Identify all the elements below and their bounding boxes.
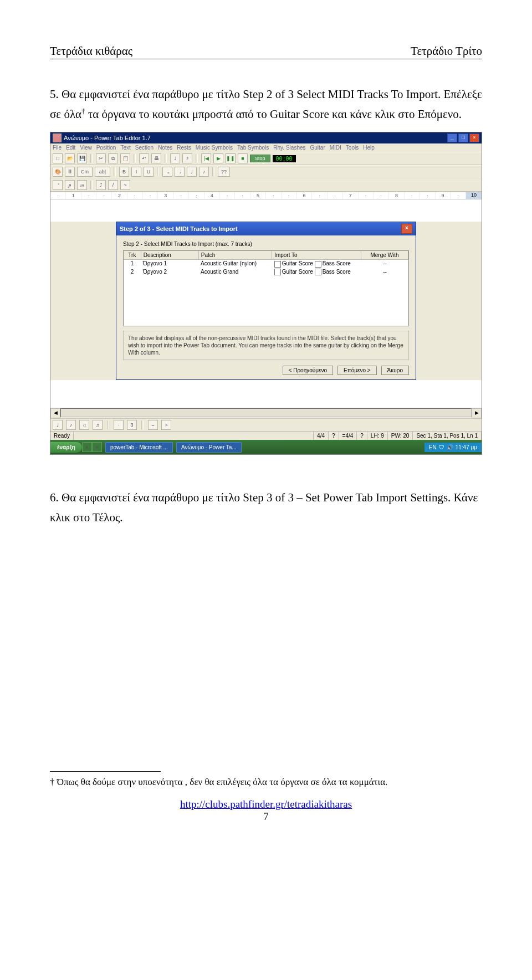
quicklaunch-icon[interactable]: ●	[82, 442, 92, 452]
app-title: Ανώνυμο - Power Tab Editor 1.7	[64, 135, 151, 141]
note-value-icon[interactable]: ♩	[53, 420, 63, 430]
toolbar-3[interactable]: 𝄻𝆏𝆐 ⤴/~	[50, 178, 482, 192]
table-row[interactable]: 1 Όργανο 1 Acoustic Guitar (nylon) Guita…	[124, 260, 408, 268]
workspace-lower	[50, 380, 482, 408]
guitar-score-checkbox[interactable]	[274, 261, 281, 268]
hscrollbar[interactable]: ◀ ▶	[50, 408, 482, 418]
toolbar-2[interactable]: 🎨Ⅲ Cm ab| B I U 𝅝𝅗𝅥♩♪ ??	[50, 165, 482, 178]
paste-icon[interactable]: 📋	[120, 153, 130, 163]
stop-icon[interactable]: ■	[238, 153, 248, 163]
page-footer: http://clubs.pathfinder.gr/tetradiakitha…	[50, 798, 482, 823]
dynamic-icon[interactable]: 𝆏	[65, 180, 75, 190]
cancel-button[interactable]: Άκυρο	[381, 366, 409, 375]
footnote: † Όπως θα δούμε στην υποενότητα , δεν θα…	[50, 775, 482, 789]
next-button[interactable]: Επόμενο >	[337, 366, 377, 375]
note-quarter-icon[interactable]: ♩	[187, 167, 197, 177]
cut-icon[interactable]: ✂	[96, 153, 106, 163]
tray-icon[interactable]: 🛡	[439, 444, 444, 450]
new-icon[interactable]: □	[53, 153, 63, 163]
play-icon[interactable]: ▶	[213, 153, 223, 163]
scroll-right-icon[interactable]: ▶	[472, 408, 482, 418]
scroll-left-icon[interactable]: ◀	[50, 408, 60, 418]
bend-icon[interactable]: ⤴	[96, 180, 106, 190]
note-value-icon[interactable]: ♫	[79, 420, 89, 430]
accent-icon[interactable]: ＞	[161, 420, 171, 430]
print-icon[interactable]: 🖶	[151, 153, 161, 163]
vibrato-icon[interactable]: ~	[120, 180, 130, 190]
ruler-end: 10	[466, 192, 482, 199]
page-number: 7	[263, 810, 269, 822]
dialog-label: Step 2 - Select MIDI Tracks to Import (m…	[123, 241, 409, 247]
bottom-toolbar[interactable]: ♩♪♫♬ ·3 ⌣＞	[50, 418, 482, 431]
dialog-nav: < Προηγούμενο Επόμενο > Άκυρο	[123, 366, 409, 375]
menubar[interactable]: FileEditViewPositionTextSectionNotesRest…	[50, 143, 482, 152]
page-header: Τετράδια κιθάρας Τετράδιο Τρίτο	[50, 44, 482, 59]
underline-button[interactable]: U	[144, 167, 154, 177]
repeat-icon[interactable]: ab|	[95, 167, 110, 177]
taskbar-item[interactable]: powerTab - Microsoft ...	[105, 442, 173, 453]
note-whole-icon[interactable]: 𝅝	[162, 167, 172, 177]
start-button[interactable]: έναρξη	[50, 442, 82, 453]
footnote-area: † Όπως θα δούμε στην υποενότητα , δεν θα…	[50, 771, 482, 789]
note-value-icon[interactable]: ♬	[93, 420, 103, 430]
guitar-score-checkbox[interactable]	[274, 269, 281, 275]
bold-button[interactable]: B	[119, 167, 129, 177]
import-dialog: Step 2 of 3 - Select MIDI Tracks to Impo…	[116, 222, 416, 380]
note-value-icon[interactable]: ♪	[66, 420, 76, 430]
slide-icon[interactable]: /	[108, 180, 118, 190]
chord-icon[interactable]: Ⅲ	[65, 167, 75, 177]
ruler: ·1··2··3··4··5··6··7··8··9· 10	[50, 192, 482, 199]
copy-icon[interactable]: ⧉	[108, 153, 118, 163]
pause-icon[interactable]: ❚❚	[226, 153, 236, 163]
app-titlebar: Ανώνυμο - Power Tab Editor 1.7 _ □ ×	[50, 132, 482, 143]
app-icon	[53, 134, 62, 142]
palette-icon[interactable]: 🎨	[53, 167, 63, 177]
tray-icon[interactable]: 🔊	[447, 444, 453, 450]
quicklaunch-icon[interactable]: ●	[92, 442, 102, 452]
dotted-icon[interactable]: ·	[114, 420, 124, 430]
footer-link[interactable]: http://clubs.pathfinder.gr/tetradiakitha…	[180, 798, 352, 810]
bass-score-checkbox[interactable]	[315, 261, 321, 268]
open-icon[interactable]: 📂	[65, 153, 75, 163]
minimize-button[interactable]: _	[447, 134, 457, 142]
bass-score-checkbox[interactable]	[315, 269, 321, 275]
note-half-icon[interactable]: 𝅗𝅥	[175, 167, 185, 177]
header-left: Τετράδια κιθάρας	[50, 44, 132, 59]
triplet-icon[interactable]: 3	[127, 420, 137, 430]
tie-icon[interactable]: ⌣	[148, 420, 158, 430]
time-display: 00:00	[273, 155, 296, 162]
toolbar-1[interactable]: □📂💾 ✂⧉📋 ↶🖶 ♩♯ |◀ ▶ ❚❚ ■ Stop 00:00	[50, 152, 482, 165]
screenshot-step2: Ανώνυμο - Power Tab Editor 1.7 _ □ × Fil…	[50, 132, 482, 455]
paragraph-6: 6. Θα εμφανιστεί ένα παράθυρο με τίτλο S…	[50, 488, 482, 527]
dialog-close-button[interactable]: ×	[401, 224, 412, 234]
taskbar-item[interactable]: Ανώνυμο - Power Ta...	[176, 442, 242, 453]
workspace	[50, 199, 482, 222]
taskbar[interactable]: έναρξη ● ● powerTab - Microsoft ... Ανών…	[50, 440, 482, 454]
skip-back-icon[interactable]: |◀	[201, 153, 211, 163]
italic-button[interactable]: I	[131, 167, 141, 177]
tempo-icon[interactable]: ♩	[170, 153, 180, 163]
undo-icon[interactable]: ↶	[139, 153, 149, 163]
system-tray[interactable]: EN 🛡 🔊 11:47 μμ	[424, 443, 482, 452]
help-icon[interactable]: ??	[218, 167, 230, 177]
note-eighth-icon[interactable]: ♪	[199, 167, 209, 177]
dynamic-mf-icon[interactable]: 𝆐	[77, 180, 87, 190]
table-blank	[124, 276, 408, 326]
status-ready: Ready	[50, 432, 74, 440]
key-icon[interactable]: ♯	[182, 153, 192, 163]
stop-button[interactable]: Stop	[250, 155, 270, 162]
save-icon[interactable]: 💾	[77, 153, 87, 163]
close-button[interactable]: ×	[469, 134, 479, 142]
dialog-title: Step 2 of 3 - Select MIDI Tracks to Impo…	[120, 225, 238, 232]
maximize-button[interactable]: □	[458, 134, 468, 142]
statusbar: Ready 4/4 ? =4/4 ? LH: 9 PW: 20 Sec 1, S…	[50, 431, 482, 440]
prev-button[interactable]: < Προηγούμενο	[283, 366, 333, 375]
paragraph-5: 5. Θα εμφανιστεί ένα παράθυρο με τίτλο S…	[50, 85, 482, 124]
table-header: Trk Description Patch Import To Merge Wi…	[124, 251, 408, 260]
tracks-table: Trk Description Patch Import To Merge Wi…	[123, 250, 409, 326]
rest-icon[interactable]: 𝄻	[53, 180, 63, 190]
dialog-titlebar: Step 2 of 3 - Select MIDI Tracks to Impo…	[116, 222, 416, 235]
dialog-hint: The above list displays all of the non-p…	[123, 331, 409, 360]
table-row[interactable]: 2 Όργανο 2 Acoustic Grand Guitar Score B…	[124, 268, 408, 276]
chord-name[interactable]: Cm	[77, 167, 93, 177]
